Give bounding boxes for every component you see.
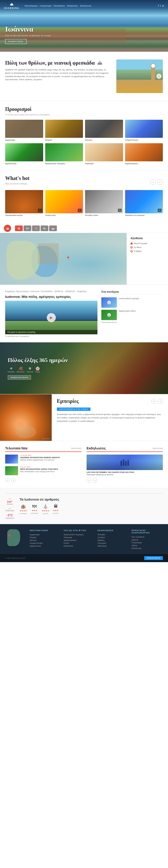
footer-link-1-1[interactable]: Αρχαιολογία bbox=[30, 534, 61, 535]
footer-link-1-2[interactable]: Μνημεία bbox=[30, 536, 61, 538]
hot-item-2[interactable]: ⤡ Τοπικά εορτή bbox=[45, 190, 83, 216]
destination-item-8[interactable]: Αρχαιολογισμός › bbox=[125, 143, 163, 165]
event-item-1[interactable]: LES FOUS DE FEMMES / EN CHANTE POUR LES … bbox=[87, 455, 163, 475]
destination-item-2[interactable]: Μνημεία › bbox=[45, 120, 83, 141]
footer-link-4-1[interactable]: Πώς να φτάσετε bbox=[132, 536, 163, 538]
site-logo[interactable]: ⛰ IOANNINA bbox=[4, 2, 20, 9]
sidebar-video-2[interactable]: ▶ Αρχαιολογικές θέσεις bbox=[101, 310, 163, 320]
map-option-2[interactable]: Το Μετσ bbox=[131, 246, 164, 248]
destination-item-1[interactable]: Αρχαιολογία › bbox=[5, 120, 43, 141]
map-pin[interactable]: 📍 bbox=[66, 256, 70, 260]
footer-link-1-5[interactable]: Αρχιτεκτονική bbox=[30, 545, 61, 547]
news-more-link[interactable]: περισσότερα bbox=[71, 447, 81, 449]
nav-link-3[interactable]: Destinations bbox=[54, 5, 65, 7]
events-header: Εκδηλώσεις περισσότερα bbox=[87, 446, 163, 452]
footer-map bbox=[5, 529, 26, 550]
event-people-graphic bbox=[87, 455, 163, 470]
footer-link-2-4[interactable]: Events bbox=[64, 542, 95, 544]
map-tab-2[interactable]: 🍽 bbox=[24, 225, 31, 231]
nav-link-1[interactable]: Καλωσόρισμα bbox=[25, 5, 38, 7]
destination-item-5[interactable]: Αρχιτεκτονική › bbox=[5, 143, 43, 165]
main-video-player[interactable]: ▶ The place to experience everything bbox=[5, 301, 97, 334]
hot-expand-3[interactable]: ⤡ bbox=[118, 209, 122, 212]
hot-expand-2[interactable]: ⤡ bbox=[78, 209, 82, 212]
destination-item-4[interactable]: Ιστορικό Κέντρο › bbox=[125, 120, 163, 141]
facebook-icon[interactable]: f bbox=[158, 4, 159, 7]
map-tab-5[interactable]: 📅 bbox=[49, 225, 57, 231]
twitter-icon[interactable]: t bbox=[160, 4, 161, 7]
footer-link-1-4[interactable]: Ιστορικό Κέντρο bbox=[30, 542, 61, 544]
dest-label-5: Αρχιτεκτονική › bbox=[5, 162, 43, 165]
destination-item-3[interactable]: Μουσεία › bbox=[85, 120, 123, 141]
person-2 bbox=[123, 459, 124, 466]
footer-link-3-3[interactable]: Εκθέσεις bbox=[98, 539, 129, 541]
ioannina-numbers: Τα Ιωάννινα σε αριθμούς 🏨 ★★★★ ξενοδοχεί… bbox=[20, 497, 163, 514]
footer-link-4-3[interactable]: Γαστρονομία bbox=[132, 542, 163, 544]
exp-next-button[interactable]: › bbox=[158, 399, 163, 404]
events-next-button[interactable]: › bbox=[93, 478, 97, 483]
dest-label-2: Μνημεία › bbox=[45, 139, 83, 141]
whats-hot-title: What's hot bbox=[5, 175, 30, 181]
footer-cta-button[interactable]: ΕΠΙΣΚΕΦΘΕΙΤΕ bbox=[144, 556, 163, 560]
sidebar-play-btn-2[interactable]: ▶ bbox=[107, 313, 111, 317]
carousel-next-button[interactable]: › bbox=[157, 179, 163, 185]
more-videos-link[interactable]: Περισσότερα βίντεο bbox=[101, 321, 163, 323]
video-caption-overlay: The place to experience everything bbox=[5, 330, 97, 334]
footer-link-4-5[interactable]: Επικοινωνία bbox=[132, 547, 163, 549]
season-cta-button[interactable]: Αναζήτα στα Ιωάννινα bbox=[8, 375, 31, 379]
season-icons: ☀ Καλοκαίρι 🍂 Φθινόπωρο ❄ Χειμώνας 🌸 Άνο… bbox=[8, 366, 68, 373]
map-option-3[interactable]: Κ Αθήνα bbox=[131, 250, 164, 252]
dest-arrow-3: › bbox=[93, 139, 94, 141]
season-icon-1: ☀ Καλοκαίρι bbox=[8, 366, 14, 373]
sidebar-video-1[interactable]: ▶ Ιωάννινα βίντεο εμπειρίες bbox=[101, 297, 163, 308]
destination-item-6[interactable]: Θρησκευτικός Τουρισμός › bbox=[45, 143, 83, 165]
news-prev-button[interactable]: ‹ bbox=[5, 478, 10, 483]
church-icon: ⛪ bbox=[43, 504, 48, 509]
news-item-2[interactable]: 8 Ιουνίου 2023 ΝΕΟΣ ΑΡΧΑΙΟΛΟΓΙΚΟΣ ΧΩΡΟΣ … bbox=[5, 466, 81, 475]
destination-item-7[interactable]: Πεζοπορία › bbox=[85, 143, 123, 165]
event-image-1 bbox=[87, 455, 163, 470]
map-tab-3[interactable]: 🏨 bbox=[32, 225, 40, 231]
sidebar-thumb-play-1: ▶ bbox=[101, 297, 117, 308]
nav-link-4[interactable]: Εκδηλώσεις bbox=[67, 5, 78, 7]
nav-link-2[interactable]: Γαστρονομία bbox=[39, 5, 52, 7]
events-prev-button[interactable]: ‹ bbox=[87, 478, 91, 483]
carousel-prev-button[interactable]: ‹ bbox=[150, 179, 156, 185]
hot-item-3[interactable]: ⤡ Φεστιβάλ πλατεί bbox=[85, 190, 123, 216]
exp-prev-button[interactable]: ‹ bbox=[151, 399, 156, 404]
footer-link-4-4[interactable]: Χάρτης bbox=[132, 545, 163, 546]
sidebar-play-btn-1[interactable]: ▶ bbox=[107, 301, 111, 304]
hot-expand-1[interactable]: ⤡ bbox=[38, 209, 42, 212]
map-tab-icon-1: 🏛 bbox=[18, 227, 20, 230]
footer-link-3-1[interactable]: Φεστιβάλ bbox=[98, 534, 129, 535]
footer-link-2-5[interactable]: Εκδηλώσεις bbox=[64, 545, 95, 547]
restaurant-label: εστιατόρια bbox=[31, 513, 38, 514]
events-more-link[interactable]: περισσότερα bbox=[153, 447, 163, 449]
footer-link-2-1[interactable]: Θρησκευτικός Τουρισμός bbox=[64, 534, 95, 535]
image-nav-arrow[interactable]: › bbox=[156, 74, 162, 79]
map-option-label-3: Κ Αθήνα bbox=[134, 250, 142, 252]
hot-expand-4[interactable]: ⤡ bbox=[158, 209, 162, 212]
footer-link-3-2[interactable]: Συνέδρια bbox=[98, 536, 129, 538]
news-header: Τελευταία Νέα περισσότερα bbox=[5, 446, 81, 452]
news-item-1[interactable]: 12 Ιουνίου 2023 ΙΩΑΝΝΙΝΑ ΑΡΧΑΙΟΛΟΓΙΚΗ ΕΚ… bbox=[5, 455, 81, 464]
footer-link-2-3[interactable]: Αρχαιολογισμός bbox=[64, 539, 95, 541]
map-option-1[interactable]: Ιαστό Ρωμαϊκό bbox=[131, 242, 164, 245]
hot-item-1[interactable]: ⤡ Παραδοσιακή κουζίνα bbox=[5, 190, 43, 216]
events-pagination: ‹ › bbox=[87, 478, 163, 483]
footer-link-1-3[interactable]: Μουσεία bbox=[30, 539, 61, 541]
footer-link-4-2[interactable]: Διαμονή bbox=[132, 539, 163, 541]
news-next-button[interactable]: › bbox=[11, 478, 16, 483]
linkedin-icon[interactable]: in bbox=[162, 4, 164, 7]
hero-section: ⛰ IOANNINA Καλωσόρισμα Γαστρονομία Desti… bbox=[0, 0, 168, 52]
hero-cta-button[interactable]: ΕΛΑΦΡΥΤΕΡΑ bbox=[5, 39, 27, 44]
footer-col-3: Εκδηλώσεις Φεστιβάλ Συνέδρια Εκθέσεις Πο… bbox=[98, 529, 129, 550]
map-tab-4[interactable]: 🛍 bbox=[41, 225, 48, 231]
footer-link-3-5[interactable]: Αθλητισμός bbox=[98, 545, 129, 547]
footer-link-3-4[interactable]: Πολιτισμός bbox=[98, 542, 129, 544]
footer-link-2-2[interactable]: Πεζοπορία bbox=[64, 536, 95, 538]
map-tab-active[interactable]: 🏛 bbox=[15, 225, 23, 231]
hot-item-4[interactable]: ⤡ Παράδοση στη λαμπερή bbox=[125, 190, 163, 216]
play-button[interactable]: ▶ bbox=[47, 313, 56, 322]
nav-link-5[interactable]: Επικοινωνία bbox=[80, 5, 91, 7]
